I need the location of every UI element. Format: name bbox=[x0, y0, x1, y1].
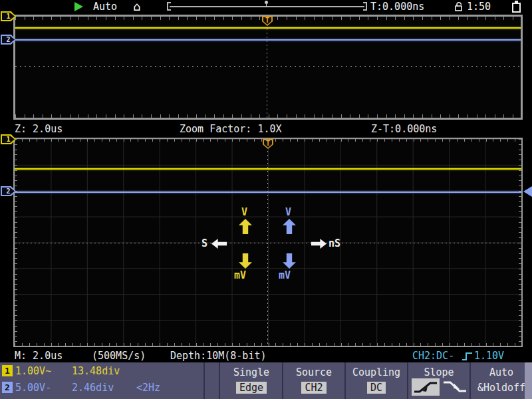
battery-icon bbox=[512, 3, 521, 13]
zoom-factor-label: Zoom Factor: 1.0X bbox=[180, 123, 282, 135]
nanoseconds-right-arrow-icon bbox=[311, 239, 327, 249]
center-horizontal-dotted bbox=[15, 243, 521, 243]
falling-slope-icon[interactable] bbox=[442, 378, 469, 396]
ch1-scale-label: 1.00V~ bbox=[15, 365, 51, 377]
ch1-trace-overview bbox=[15, 27, 521, 29]
zoom-overview-window: T bbox=[13, 15, 523, 120]
seconds-hint-label: S bbox=[201, 237, 207, 249]
menu-button-auto-holdoff[interactable]: Auto &Holdoff bbox=[470, 362, 532, 399]
run-state-play-icon[interactable] bbox=[74, 2, 83, 11]
acquisition-status-bar: M: 2.0us (500MS/s) Depth:10M(8-bit) CH2:… bbox=[0, 348, 532, 362]
rising-edge-icon bbox=[462, 351, 473, 361]
menu-value-edge[interactable]: Edge bbox=[236, 382, 267, 394]
trigger-source-label: CH2:DC- bbox=[412, 350, 454, 362]
rising-slope-icon[interactable] bbox=[412, 378, 440, 396]
ch2-trace-overview bbox=[15, 39, 521, 41]
ch2-badge[interactable]: 2 bbox=[2, 382, 13, 393]
ch1-millivolts-hint-label: mV bbox=[234, 269, 246, 281]
ch2-frequency-label: <2Hz bbox=[136, 382, 160, 394]
ch2-millivolts-down-arrow-icon bbox=[283, 253, 296, 269]
menu-button-slope[interactable]: Slope bbox=[408, 362, 470, 399]
zoom-info-bar: Z: 2.0us Zoom Factor: 1.0X Z-T:0.000ns bbox=[0, 121, 532, 136]
ch1-volts-hint-label: V bbox=[241, 206, 247, 218]
bottom-menu-bar: 1 1.00V~ 13.48div 2 5.00V- 2.46div <2Hz … bbox=[0, 362, 532, 399]
overview-center-vertical-dotted bbox=[267, 17, 267, 118]
menu-value-holdoff[interactable]: &Holdoff bbox=[470, 382, 532, 394]
main-waveform-window: T V V S nS mV mV bbox=[13, 138, 523, 347]
menu-button-single[interactable]: Single Edge bbox=[220, 362, 283, 399]
sample-rate-label: (500MS/s) bbox=[92, 350, 146, 362]
trigger-position-marker[interactable]: T bbox=[262, 16, 273, 26]
ch2-volts-up-arrow-icon bbox=[283, 219, 296, 234]
ch2-position-label: 2.46div bbox=[72, 382, 114, 394]
ch1-millivolts-down-arrow-icon bbox=[239, 253, 252, 269]
menu-value-ch2[interactable]: CH2 bbox=[301, 382, 326, 394]
ch1-trace bbox=[15, 168, 521, 170]
seconds-left-arrow-icon bbox=[211, 239, 227, 249]
trigger-level-readout: 1.10V bbox=[474, 350, 504, 362]
unlock-icon bbox=[454, 2, 464, 11]
acquire-mode-label: Auto bbox=[93, 1, 117, 13]
nanoseconds-hint-label: nS bbox=[329, 237, 340, 249]
ch2-trace bbox=[15, 192, 521, 193]
trigger-position-marker-main[interactable]: T bbox=[263, 139, 273, 149]
hpos-marker-stem bbox=[266, 4, 267, 7]
overview-center-dotted-row bbox=[15, 66, 521, 67]
oscilloscope-screen: Auto ⌂ T:0.000ns 1:50 T 1 2 Z: 2.0 bbox=[0, 0, 532, 399]
home-icon[interactable]: ⌂ bbox=[133, 0, 140, 13]
probe-ratio-label: 1:50 bbox=[467, 1, 491, 13]
menu-separator bbox=[203, 362, 205, 399]
hpos-track bbox=[170, 6, 364, 7]
ch2-scale-label: 5.00V- bbox=[15, 382, 51, 394]
ch1-badge[interactable]: 1 bbox=[2, 365, 13, 376]
zoom-scale-label: Z: 2.0us bbox=[15, 123, 63, 135]
main-timebase-label: M: 2.0us bbox=[15, 350, 63, 362]
zoom-offset-label: Z-T:0.000ns bbox=[371, 123, 437, 135]
trigger-level-marker[interactable] bbox=[523, 186, 532, 197]
trigger-time-readout: T:0.000ns bbox=[370, 1, 424, 13]
menu-right-strip bbox=[525, 362, 532, 399]
horizontal-position-slider[interactable] bbox=[167, 2, 367, 11]
ch1-position-label: 13.48div bbox=[72, 365, 120, 377]
ch2-volts-hint-label: V bbox=[285, 206, 291, 218]
ch2-millivolts-hint-label: mV bbox=[279, 269, 291, 281]
record-depth-label: Depth:10M(8-bit) bbox=[170, 350, 267, 362]
menu-button-coupling[interactable]: Coupling DC bbox=[345, 362, 408, 399]
ch1-volts-up-arrow-icon bbox=[239, 219, 252, 234]
top-status-bar: Auto ⌂ T:0.000ns 1:50 bbox=[0, 0, 532, 13]
menu-value-dc[interactable]: DC bbox=[367, 382, 386, 394]
menu-button-source[interactable]: Source CH2 bbox=[283, 362, 345, 399]
